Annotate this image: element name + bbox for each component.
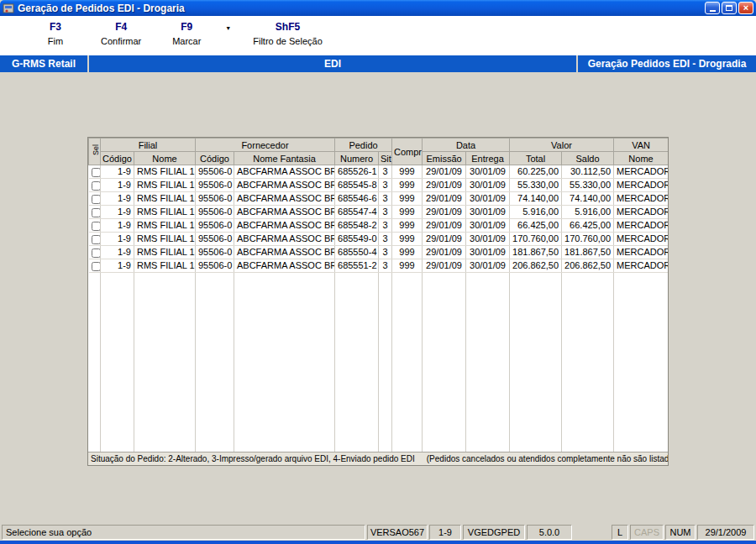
restore-button[interactable] (722, 2, 737, 14)
table-row[interactable]: 1-9RMS FILIAL 1-995506-0ABCFARMA ASSOC B… (89, 206, 669, 219)
empty-row (89, 386, 669, 399)
empty-row (89, 424, 669, 437)
cell-van: MERCADOR (614, 233, 668, 246)
table-body: 1-9RMS FILIAL 1-995506-0ABCFARMA ASSOC B… (89, 165, 669, 452)
col-header-filial-codigo: Código (101, 152, 134, 165)
empty-row (89, 298, 669, 311)
header-bar: G-RMS Retail EDI Geração Pedidos EDI - D… (0, 55, 756, 72)
col-header-compr: Compr (392, 139, 423, 165)
row-select-cell (89, 233, 101, 246)
cell-van: MERCADOR (614, 219, 668, 233)
toolbar-button-confirmar[interactable]: F4 Confirmar (97, 20, 144, 49)
cell-filial_codigo: 1-9 (101, 259, 134, 273)
status-legend-note: (Pedidos cancelados ou atendidos complet… (427, 454, 668, 463)
cell-forn_nome: ABCFARMA ASSOC BRAS (234, 179, 335, 192)
cell-sit: 3 (379, 246, 392, 259)
row-checkbox[interactable] (92, 248, 101, 258)
col-header-sel: Sel (89, 139, 101, 165)
toolbar-button-filtro-selecao[interactable]: ShF5 Filtro de Seleção (249, 20, 326, 49)
cell-forn_codigo: 95506-0 (196, 219, 234, 233)
cell-entrega: 30/01/09 (466, 259, 510, 273)
status-bar: Selecione sua opção VERSAO567 1-9 VGEDGP… (0, 524, 756, 541)
status-release: 5.0.0 (527, 525, 572, 540)
filter-dropdown-icon[interactable]: ▼ (225, 25, 231, 32)
status-date: 29/1/2009 (697, 525, 754, 540)
row-checkbox[interactable] (92, 195, 101, 204)
table-row[interactable]: 1-9RMS FILIAL 1-995506-0ABCFARMA ASSOC B… (89, 259, 669, 273)
cell-entrega: 30/01/09 (466, 179, 510, 192)
cell-total: 206.862,50 (510, 259, 562, 273)
col-header-van-nome: Nome (614, 152, 668, 165)
cell-forn_codigo: 95506-0 (196, 259, 234, 273)
table-row[interactable]: 1-9RMS FILIAL 1-995506-0ABCFARMA ASSOC B… (89, 165, 669, 179)
toolbar-button-fim[interactable]: F3 Fim (32, 20, 79, 49)
table-row[interactable]: 1-9RMS FILIAL 1-995506-0ABCFARMA ASSOC B… (89, 179, 669, 192)
cell-saldo: 181.867,50 (562, 246, 614, 259)
row-checkbox[interactable] (92, 208, 101, 217)
row-checkbox[interactable] (92, 262, 101, 271)
col-header-saldo: Saldo (562, 152, 614, 165)
row-checkbox[interactable] (92, 235, 101, 244)
cell-emissao: 29/01/09 (423, 259, 466, 273)
cell-compr: 999 (392, 179, 423, 192)
cell-emissao: 29/01/09 (423, 192, 466, 206)
cell-compr: 999 (392, 259, 423, 273)
cell-forn_codigo: 95506-0 (196, 165, 234, 179)
header-product-name: G-RMS Retail (0, 55, 87, 72)
cell-filial_nome: RMS FILIAL 1-9 (134, 259, 196, 273)
titlebar: Geração de Pedidos EDI - Drogaria × (0, 0, 756, 16)
row-select-cell (89, 165, 101, 179)
close-button[interactable]: × (738, 2, 753, 14)
col-group-data: Data (423, 139, 510, 152)
row-checkbox[interactable] (92, 222, 101, 231)
cell-forn_codigo: 95506-0 (196, 179, 234, 192)
cell-sit: 3 (379, 233, 392, 246)
empty-row (89, 374, 669, 386)
cell-sit: 3 (379, 179, 392, 192)
cell-forn_codigo: 95506-0 (196, 233, 234, 246)
empty-row (89, 437, 669, 449)
row-select-cell (89, 179, 101, 192)
table-row[interactable]: 1-9RMS FILIAL 1-995506-0ABCFARMA ASSOC B… (89, 219, 669, 233)
table-row[interactable]: 1-9RMS FILIAL 1-995506-0ABCFARMA ASSOC B… (89, 233, 669, 246)
cell-filial_nome: RMS FILIAL 1-9 (134, 219, 196, 233)
row-checkbox[interactable] (92, 168, 101, 177)
empty-row (89, 399, 669, 411)
cell-numero: 685551-2 (335, 259, 379, 273)
col-header-filial-nome: Nome (134, 152, 196, 165)
cell-total: 60.225,00 (510, 165, 562, 179)
table-row[interactable]: 1-9RMS FILIAL 1-995506-0ABCFARMA ASSOC B… (89, 192, 669, 206)
col-header-numero: Numero (335, 152, 379, 165)
toolbar-button-marcar[interactable]: F9 Marcar (163, 20, 210, 49)
toolbar-key-f4: F4 (115, 21, 127, 34)
col-group-pedido: Pedido (335, 139, 392, 152)
cell-sit: 3 (379, 219, 392, 233)
toolbar-label-marcar: Marcar (172, 35, 201, 48)
cell-entrega: 30/01/09 (466, 165, 510, 179)
main-area: Sel Filial Fornecedor Pedido Compr Data … (0, 72, 756, 524)
row-checkbox[interactable] (92, 181, 101, 191)
cell-emissao: 29/01/09 (423, 165, 466, 179)
cell-total: 55.330,00 (510, 179, 562, 192)
row-select-cell (89, 259, 101, 273)
cell-entrega: 30/01/09 (466, 192, 510, 206)
orders-table: Sel Filial Fornecedor Pedido Compr Data … (88, 138, 668, 452)
cell-saldo: 5.916,00 (562, 206, 614, 219)
cell-forn_nome: ABCFARMA ASSOC BRAS (234, 206, 335, 219)
cell-numero: 685545-8 (335, 179, 379, 192)
window-title: Geração de Pedidos EDI - Drogaria (18, 3, 701, 14)
cell-saldo: 30.112,50 (562, 165, 614, 179)
cell-forn_codigo: 95506-0 (196, 246, 234, 259)
table-row[interactable]: 1-9RMS FILIAL 1-995506-0ABCFARMA ASSOC B… (89, 246, 669, 259)
cell-filial_codigo: 1-9 (101, 219, 134, 233)
col-header-entrega: Entrega (466, 152, 510, 165)
empty-row (89, 411, 669, 424)
status-message: Selecione sua opção (2, 525, 365, 540)
cell-compr: 999 (392, 219, 423, 233)
window-controls: × (705, 2, 753, 14)
status-num-indicator: NUM (665, 525, 696, 540)
cell-van: MERCADOR (614, 259, 668, 273)
cell-van: MERCADOR (614, 165, 668, 179)
cell-compr: 999 (392, 165, 423, 179)
minimize-button[interactable] (705, 2, 720, 14)
